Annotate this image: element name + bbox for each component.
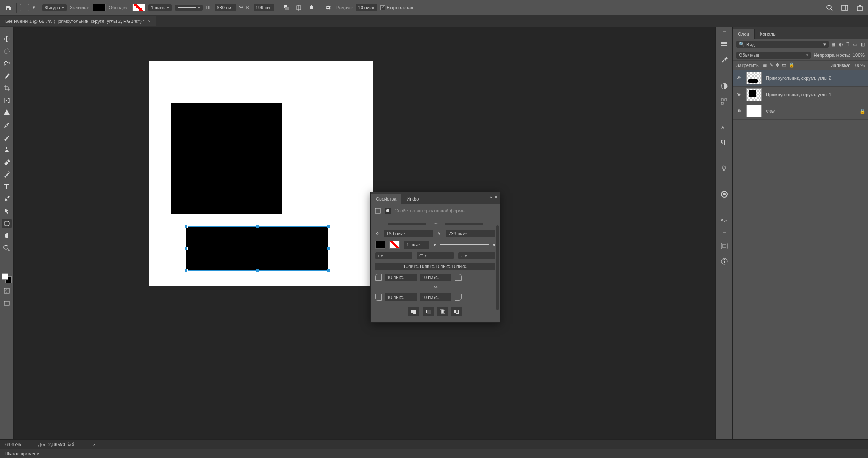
align-edges-checkbox[interactable]: ✓ Выров. края xyxy=(380,5,413,10)
layer-row[interactable]: 👁 Прямоугольник, скругл. углы 2 xyxy=(733,70,868,87)
lock-icon[interactable]: 🔒 xyxy=(860,109,865,114)
path-selection-tool[interactable] xyxy=(2,207,12,216)
path-op-combine[interactable] xyxy=(408,307,419,316)
glyphs-panel-icon[interactable]: Aa xyxy=(720,216,729,224)
lock-position-icon[interactable]: ✥ xyxy=(776,62,779,68)
fill-value[interactable]: 100% xyxy=(853,63,865,68)
character-panel-icon[interactable]: A xyxy=(721,123,728,131)
opacity-value[interactable]: 100% xyxy=(853,53,865,58)
modifiers-panel-icon[interactable] xyxy=(721,165,728,172)
link-wh-icon[interactable]: ⚯ xyxy=(239,5,243,10)
scrollbar[interactable] xyxy=(496,225,499,310)
drag-handle-icon[interactable] xyxy=(4,30,10,31)
path-op-intersect[interactable] xyxy=(437,307,448,316)
corner-br-field[interactable] xyxy=(420,293,451,301)
filter-type-icon[interactable]: T xyxy=(846,42,849,47)
document-tab[interactable]: Без имени-1 @ 66,7% (Прямоугольник, скру… xyxy=(0,16,156,26)
foreground-background-colors[interactable] xyxy=(2,273,12,283)
share-icon[interactable] xyxy=(855,3,865,12)
tab-layers[interactable]: Слои xyxy=(733,29,755,39)
width-field[interactable]: 630 пи xyxy=(215,4,236,11)
stroke-caps-dropdown[interactable]: ⸦▾ xyxy=(417,252,454,259)
path-op-exclude[interactable] xyxy=(451,307,462,316)
frame-tool[interactable] xyxy=(2,96,12,105)
stroke-type-dropdown[interactable]: ▾ xyxy=(175,5,203,11)
pen-tool[interactable] xyxy=(2,194,12,204)
tab-channels[interactable]: Каналы xyxy=(755,29,782,39)
layer-row[interactable]: 👁 Фон 🔒 xyxy=(733,103,868,120)
layer-row[interactable]: 👁 Прямоугольник, скругл. углы 1 xyxy=(733,87,868,103)
learn-panel-icon[interactable] xyxy=(721,242,728,250)
adjustments-panel-icon[interactable] xyxy=(721,82,728,90)
panel-menu-icon[interactable]: ≡ xyxy=(495,195,497,200)
stroke-swatch[interactable] xyxy=(132,4,145,11)
hand-tool[interactable] xyxy=(2,231,12,240)
marquee-tool[interactable] xyxy=(2,47,12,56)
chevron-down-icon[interactable]: ▾ xyxy=(493,242,495,248)
x-field[interactable]: 169 пикс. xyxy=(384,230,433,237)
drag-handle-icon[interactable] xyxy=(721,31,728,32)
path-align-icon[interactable] xyxy=(294,3,303,12)
shape-tool-preset[interactable] xyxy=(20,3,29,12)
workspace-icon[interactable] xyxy=(840,3,849,12)
visibility-icon[interactable]: 👁 xyxy=(735,92,742,97)
lasso-tool[interactable] xyxy=(2,59,12,68)
close-icon[interactable]: × xyxy=(148,19,150,24)
stroke-swatch[interactable] xyxy=(389,241,400,249)
path-arrange-icon[interactable] xyxy=(307,3,316,12)
eraser-tool[interactable] xyxy=(2,157,12,167)
filter-adjust-icon[interactable]: ◐ xyxy=(839,42,843,47)
drag-handle-icon[interactable] xyxy=(721,154,728,155)
drag-handle-icon[interactable] xyxy=(721,206,728,207)
filter-shape-icon[interactable]: ▭ xyxy=(853,42,857,47)
chevron-right-icon[interactable]: › xyxy=(93,442,95,447)
shape-mode-dropdown[interactable]: Фигура ▾ xyxy=(42,4,67,11)
brushes-panel-icon[interactable] xyxy=(721,56,728,64)
link-corners-icon[interactable]: ⚯ xyxy=(430,285,440,290)
info-panel-icon[interactable] xyxy=(721,257,728,265)
chevron-down-icon[interactable]: ▾ xyxy=(434,242,436,248)
stroke-width-field[interactable]: 1 пикс. xyxy=(404,241,429,249)
edit-toolbar[interactable]: ⋯ xyxy=(2,256,12,265)
history-panel-icon[interactable] xyxy=(721,41,728,49)
canvas-area[interactable]: Свойства Инфо » ≡ Свойства интерактивной… xyxy=(14,27,715,439)
y-field[interactable]: 739 пикс. xyxy=(446,230,495,237)
lock-all-icon[interactable]: 🔒 xyxy=(789,62,795,68)
link-icon[interactable]: ⚯ xyxy=(430,221,440,226)
rounded-rectangle-tool[interactable] xyxy=(2,219,12,228)
visibility-icon[interactable]: 👁 xyxy=(735,75,742,81)
shape-rectangle-1[interactable] xyxy=(171,103,282,214)
fill-swatch[interactable] xyxy=(93,4,106,11)
corner-tl-field[interactable] xyxy=(385,274,417,281)
path-op-subtract[interactable] xyxy=(423,307,434,316)
shape-rectangle-2-selected[interactable] xyxy=(186,226,328,271)
corner-bl-field[interactable] xyxy=(385,293,417,301)
zoom-level[interactable]: 66,67% xyxy=(5,442,21,447)
home-icon[interactable] xyxy=(3,3,13,12)
paragraph-panel-icon[interactable] xyxy=(721,139,728,146)
crop-tool[interactable] xyxy=(2,84,12,93)
fill-swatch[interactable] xyxy=(375,241,385,249)
tab-info[interactable]: Инфо xyxy=(401,194,424,204)
stroke-align-dropdown[interactable]: ▫▾ xyxy=(375,252,412,259)
corner-tr-field[interactable] xyxy=(420,274,451,281)
height-field[interactable]: 199 пи xyxy=(254,4,274,11)
stroke-corners-dropdown[interactable]: ⌐▾ xyxy=(458,252,495,259)
zoom-tool[interactable] xyxy=(2,243,12,253)
libraries-panel-icon[interactable] xyxy=(721,190,728,198)
drag-handle-icon[interactable] xyxy=(721,113,728,114)
filter-smart-icon[interactable]: ◧ xyxy=(860,42,865,47)
gear-icon[interactable] xyxy=(323,3,333,12)
lock-pixels-icon[interactable]: ✎ xyxy=(769,62,773,68)
quick-mask-icon[interactable] xyxy=(2,286,12,296)
screen-mode-icon[interactable] xyxy=(2,299,12,308)
search-icon[interactable] xyxy=(825,3,834,12)
gradient-tool[interactable] xyxy=(2,170,12,179)
blend-mode-dropdown[interactable]: Обычные ▾ xyxy=(736,52,811,59)
brush-tool[interactable] xyxy=(2,133,12,142)
lock-artboard-icon[interactable]: ▭ xyxy=(782,62,786,68)
doc-size[interactable]: Док: 2,86M/0 байт xyxy=(38,442,76,447)
drag-handle-icon[interactable] xyxy=(721,72,728,73)
radii-summary[interactable]: 10пикс.10пикс.10пикс.10пикс. xyxy=(375,263,495,270)
lock-transparency-icon[interactable]: ▦ xyxy=(762,62,767,68)
